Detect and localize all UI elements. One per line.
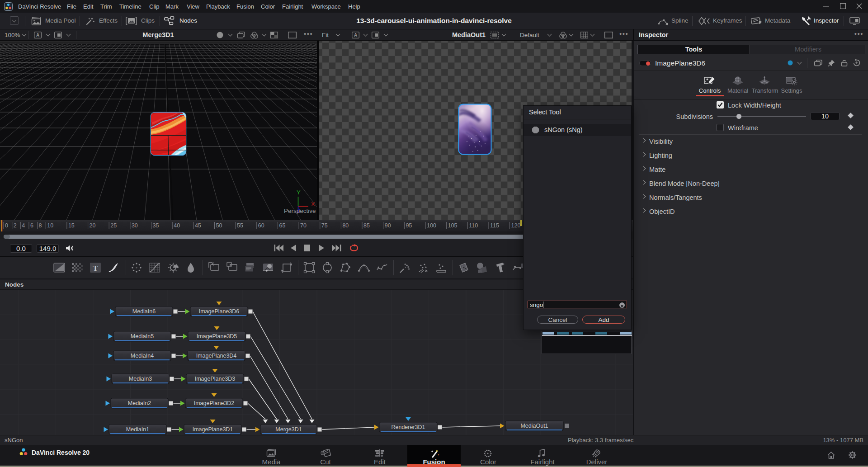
svg-text:4: 4 [22,222,25,229]
svg-text:35: 35 [153,222,159,229]
svg-text:120: 120 [511,222,521,229]
svg-text:100: 100 [427,222,436,229]
svg-text:MediaOut1: MediaOut1 [520,423,548,429]
svg-text:65: 65 [279,222,286,229]
svg-text:30: 30 [132,222,138,229]
svg-text:MediaIn6: MediaIn6 [132,308,156,315]
svg-text:ImagePlane3D1: ImagePlane3D1 [193,426,233,433]
svg-text:95: 95 [406,222,412,229]
svg-text:0: 0 [5,222,8,229]
svg-text:ImagePlane3D4: ImagePlane3D4 [196,353,237,359]
svg-text:25: 25 [110,222,117,229]
svg-text:60: 60 [258,222,264,229]
svg-text:A: A [354,33,357,38]
svg-text:Y: Y [297,189,301,196]
svg-text:75: 75 [321,222,328,229]
svg-text:Renderer3D1: Renderer3D1 [391,424,425,430]
svg-text:115: 115 [490,222,499,229]
svg-text:15: 15 [68,222,75,229]
svg-text:80: 80 [342,222,349,229]
svg-text:X: X [311,201,315,208]
svg-text:85: 85 [363,222,370,229]
svg-text:2: 2 [14,222,17,229]
svg-text:MediaIn3: MediaIn3 [129,376,152,382]
svg-text:MediaIn5: MediaIn5 [131,333,154,340]
svg-text:Perspective: Perspective [284,208,316,214]
svg-text:MediaIn1: MediaIn1 [126,426,149,433]
svg-text:45: 45 [195,222,201,229]
svg-text:8: 8 [39,222,42,229]
svg-text:ImagePlane3D5: ImagePlane3D5 [197,333,237,340]
svg-text:ImagePlane3D2: ImagePlane3D2 [194,400,235,406]
svg-text:A: A [36,33,39,38]
svg-text:70: 70 [300,222,307,229]
svg-text:90: 90 [385,222,391,229]
svg-text:MediaIn4: MediaIn4 [131,353,154,359]
svg-text:40: 40 [174,222,180,229]
svg-text:110: 110 [469,222,478,229]
svg-text:105: 105 [448,222,458,229]
svg-text:55: 55 [237,222,243,229]
svg-text:6: 6 [30,222,33,229]
svg-text:MediaIn2: MediaIn2 [128,400,151,406]
svg-text:T: T [93,264,98,273]
svg-text:10: 10 [47,222,53,229]
svg-text:ImagePlane3D3: ImagePlane3D3 [195,376,236,382]
svg-text:ImagePlane3D6: ImagePlane3D6 [199,308,240,315]
svg-text:20: 20 [90,222,96,229]
svg-text:Merge3D1: Merge3D1 [275,426,302,433]
svg-text:50: 50 [216,222,222,229]
